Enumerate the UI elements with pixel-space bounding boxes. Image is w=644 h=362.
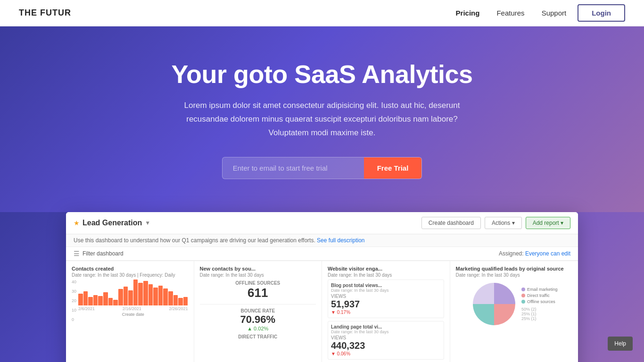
bar	[138, 283, 143, 305]
bar	[88, 297, 93, 305]
bounce-change: ▲ 0.02%	[200, 326, 316, 331]
navbar: THE FUTUR Pricing Features Support Login	[0, 0, 644, 26]
cell3-title: Website visitor enga...	[328, 266, 444, 272]
hero-cta-form: Free Trial	[222, 157, 422, 179]
legend-email: Email marketing	[521, 287, 558, 292]
nav-features[interactable]: Features	[496, 9, 524, 17]
cell1-title: Contacts created	[72, 266, 188, 272]
bar	[78, 294, 83, 305]
landing-title: Landing page total vi...	[331, 324, 441, 329]
bar	[124, 287, 128, 305]
dashboard-description: Use this dashboard to understand how our…	[66, 234, 578, 247]
see-full-description-link[interactable]: See full description	[317, 237, 364, 244]
offline-value: 611	[200, 286, 316, 300]
bar	[133, 280, 138, 305]
new-contacts-source-cell: New contacts by sou... Date range: In th…	[194, 261, 322, 362]
bounce-rate-section: BOUNCE RATE 70.96% ▲ 0.02%	[200, 304, 316, 331]
bar	[153, 288, 158, 305]
bar	[183, 297, 188, 305]
help-button[interactable]: Help	[608, 337, 633, 351]
offline-sources-section: OFFLINE SOURCES 611	[200, 280, 316, 300]
star-icon: ★	[74, 219, 80, 227]
nav-support[interactable]: Support	[542, 9, 567, 17]
filter-label[interactable]: Filter dashboard	[83, 250, 124, 257]
nav-pricing[interactable]: Pricing	[456, 9, 480, 17]
bar	[143, 281, 148, 305]
assigned-section: Assigned: Everyone can edit	[499, 250, 570, 257]
legend-dot	[521, 294, 525, 297]
pie-pct3: 25% (1)	[521, 316, 558, 321]
dashboard-card: ★ Lead Generation ▼ Create dashboard Act…	[66, 212, 578, 362]
direct-traffic-label: DIRECT TRAFFIC	[200, 334, 316, 339]
bar-chart-y-axis: 403020100	[72, 280, 76, 322]
login-button[interactable]: Login	[578, 4, 625, 22]
cell4-title: Marketing qualified leads by original so…	[456, 266, 573, 272]
add-report-button[interactable]: Add report ▾	[526, 217, 570, 229]
cell1-range: Date range: In the last 30 days | Freque…	[72, 272, 188, 278]
hero-subtitle: Lorem ipsum dolor sit amet consectetur a…	[171, 99, 473, 140]
bar-chart	[78, 280, 188, 305]
landing-views-change: ▼ 0.06%	[331, 351, 441, 356]
views-label2: VIEWS	[331, 335, 441, 340]
pie-chart: Email marketing Direct traffic Offline s…	[456, 280, 573, 328]
bar	[93, 295, 98, 305]
blog-title: Blog post total views...	[331, 283, 441, 288]
nav-links: Pricing Features Support	[456, 9, 567, 17]
bounce-label: BOUNCE RATE	[200, 308, 316, 313]
bounce-value: 70.96%	[200, 313, 316, 326]
dashboard-wrapper: ★ Lead Generation ▼ Create dashboard Act…	[0, 212, 644, 362]
filter-bar: ☰ Filter dashboard Assigned: Everyone ca…	[66, 247, 578, 261]
bar	[158, 286, 163, 305]
offline-label: OFFLINE SOURCES	[200, 280, 316, 286]
website-visitor-cell: Website visitor enga... Date range: In t…	[322, 261, 450, 362]
dashboard-grid-row1: Contacts created Date range: In the last…	[66, 261, 578, 362]
bar	[83, 291, 88, 305]
bar	[178, 298, 183, 305]
blog-views-change: ▼ 0.17%	[331, 310, 441, 315]
pie-pct2: 25% (1)	[521, 312, 558, 316]
legend-offline: Offline sources	[521, 299, 558, 304]
cell3-range: Date range: In the last 30 days	[328, 272, 444, 278]
bar	[128, 290, 133, 305]
marketing-qualified-cell: Marketing qualified leads by original so…	[450, 261, 578, 362]
pie-legend: Email marketing Direct traffic Offline s…	[521, 287, 558, 321]
bar	[168, 291, 173, 305]
bar	[149, 284, 153, 305]
legend-dot	[521, 300, 525, 304]
dashboard-title: Lead Generation	[83, 219, 142, 227]
bar	[173, 295, 178, 305]
bar	[118, 289, 123, 305]
blog-range: Date range: In the last 30 days	[331, 288, 441, 293]
cell4-range: Date range: In the last 30 days	[456, 272, 573, 278]
bar	[98, 296, 103, 305]
hero-title: Your goto SaaS Analytics	[19, 59, 625, 89]
bar	[163, 288, 168, 305]
legend-dot	[521, 288, 525, 291]
dashboard-actions: Create dashboard Actions ▾ Add report ▾	[421, 217, 570, 229]
landing-range: Date range: In the last 30 days	[331, 329, 441, 334]
bar	[108, 298, 113, 305]
actions-button[interactable]: Actions ▾	[485, 217, 522, 229]
nav-logo: THE FUTUR	[19, 8, 71, 18]
bar	[113, 300, 118, 305]
contacts-created-cell: Contacts created Date range: In the last…	[66, 261, 194, 362]
dashboard-header: ★ Lead Generation ▼ Create dashboard Act…	[66, 212, 578, 234]
free-trial-button[interactable]: Free Trial	[364, 157, 422, 179]
cell2-title: New contacts by sou...	[200, 266, 316, 272]
landing-views-section: Landing page total vi... Date range: In …	[328, 321, 444, 360]
create-dashboard-button[interactable]: Create dashboard	[421, 217, 481, 229]
legend-direct: Direct traffic	[521, 293, 558, 298]
landing-views-value: 440,323	[331, 340, 441, 351]
email-input[interactable]	[223, 157, 364, 179]
bar-chart-x-labels: 2/6/20212/16/20212/26/2021	[78, 306, 188, 311]
hero-section: Your goto SaaS Analytics Lorem ipsum dol…	[0, 26, 644, 217]
assigned-link[interactable]: Everyone can edit	[525, 250, 570, 257]
chevron-down-icon: ▼	[145, 220, 150, 226]
views-label1: VIEWS	[331, 294, 441, 299]
cell2-range: Date range: In the last 30 days	[200, 272, 316, 278]
filter-icon: ☰	[74, 250, 80, 257]
blog-views-value: 51,937	[331, 299, 441, 310]
pie-svg	[471, 280, 518, 328]
blog-views-section: Blog post total views... Date range: In …	[328, 280, 444, 318]
chart-footer: Create date	[78, 312, 188, 317]
